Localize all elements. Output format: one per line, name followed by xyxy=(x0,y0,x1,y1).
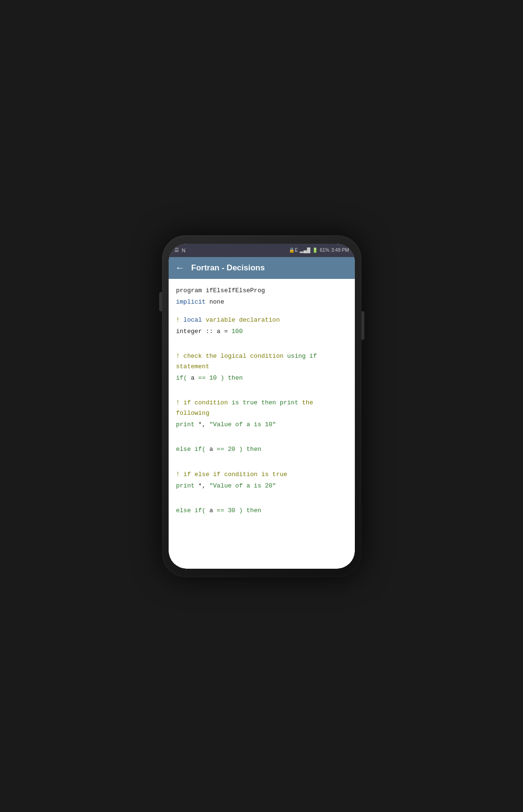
code-keyword-using-if: using if xyxy=(287,353,317,360)
code-string-10: "Value of a is 10" xyxy=(209,421,276,428)
code-line-10: ! if else if condition is true xyxy=(176,469,347,480)
code-keyword-local: local xyxy=(183,316,202,324)
signal-icon: ▂▄█ xyxy=(300,248,310,253)
code-var-a1: a xyxy=(191,374,199,382)
code-keyword-implicit: implicit xyxy=(176,298,206,306)
code-number-100: 100 xyxy=(232,328,243,335)
code-line-8: print *, "Value of a is 10" xyxy=(176,420,347,430)
n-icon: N xyxy=(182,248,186,253)
code-line-7: ! if condition is true then print the fo… xyxy=(176,398,347,419)
code-keyword-true-print: is true then print xyxy=(232,399,298,406)
battery-percent: 61% xyxy=(320,248,329,253)
code-line-3: ! local variable declaration xyxy=(176,315,347,325)
code-print-star-2: *, xyxy=(198,482,209,489)
code-line-1: program ifElseIfElseProg xyxy=(176,286,347,296)
code-then-3: ) then xyxy=(239,507,261,514)
code-num-10: 10 xyxy=(209,374,217,382)
code-text: program ifElseIfElseProg xyxy=(176,287,265,294)
code-num-20: 20 xyxy=(228,446,236,453)
code-print-star-1: *, xyxy=(198,421,209,428)
code-var-a2: a xyxy=(209,446,217,453)
code-then-2: ) then xyxy=(239,446,261,453)
code-line-12: else if( a == 30 ) then xyxy=(176,506,347,516)
phone-screen: ☰ N 🔒E ▂▄█ 🔋 61% 3:49 PM ← Fortran - Dec… xyxy=(169,244,355,569)
code-keyword-print2: print xyxy=(176,482,195,489)
phone-device: ☰ N 🔒E ▂▄█ 🔋 61% 3:49 PM ← Fortran - Dec… xyxy=(162,235,361,577)
code-then-1: ) then xyxy=(220,374,243,382)
back-button[interactable]: ← xyxy=(175,262,185,273)
code-var-a3: a xyxy=(209,507,217,514)
volume-button xyxy=(159,292,162,311)
code-comment-stmt: statement xyxy=(176,363,209,370)
code-keyword-print1: print xyxy=(176,421,195,428)
code-comment-vardecl: variable declaration xyxy=(206,316,280,324)
code-eq-2: == xyxy=(217,446,224,453)
menu-icon: ☰ xyxy=(174,247,179,253)
code-line-5: ! check the logical condition using if s… xyxy=(176,351,347,372)
power-button xyxy=(361,311,364,340)
code-eq-3: == xyxy=(217,507,224,514)
code-keyword-else-if-2: else if( xyxy=(176,507,206,514)
lock-icon: 🔒E xyxy=(289,248,298,253)
clock: 3:49 PM xyxy=(331,248,349,253)
code-line-2: implicit none xyxy=(176,297,347,307)
code-line-4: integer :: a = 100 xyxy=(176,326,347,337)
code-integer: integer :: a = xyxy=(176,328,232,335)
status-bar: ☰ N 🔒E ▂▄█ 🔋 61% 3:49 PM xyxy=(169,244,355,257)
code-eq-1: == xyxy=(198,374,206,382)
status-left-icons: ☰ N xyxy=(174,247,186,253)
code-comment-if-cond: ! if condition xyxy=(176,399,232,406)
page-title: Fortran - Decisions xyxy=(191,263,265,273)
app-bar: ← Fortran - Decisions xyxy=(169,257,355,279)
status-right-info: 🔒E ▂▄█ 🔋 61% 3:49 PM xyxy=(289,248,349,253)
code-num-30: 30 xyxy=(228,507,236,514)
code-text-none: none xyxy=(209,298,224,306)
code-comment-check: ! check the logical condition xyxy=(176,353,287,360)
code-keyword-else-if-1: else if( xyxy=(176,446,206,453)
code-keyword-if: if( xyxy=(176,374,187,382)
screen-content: ☰ N 🔒E ▂▄█ 🔋 61% 3:49 PM ← Fortran - Dec… xyxy=(169,244,355,569)
code-comment-local: ! xyxy=(176,316,184,324)
code-line-9: else if( a == 20 ) then xyxy=(176,444,347,455)
code-content: program ifElseIfElseProg implicit none !… xyxy=(169,279,355,569)
code-string-20: "Value of a is 20" xyxy=(209,482,276,489)
code-comment-else-if: ! if else if condition is true xyxy=(176,471,287,478)
code-line-6: if( a == 10 ) then xyxy=(176,373,347,383)
battery-icon: 🔋 xyxy=(312,248,318,253)
code-line-11: print *, "Value of a is 20" xyxy=(176,481,347,491)
